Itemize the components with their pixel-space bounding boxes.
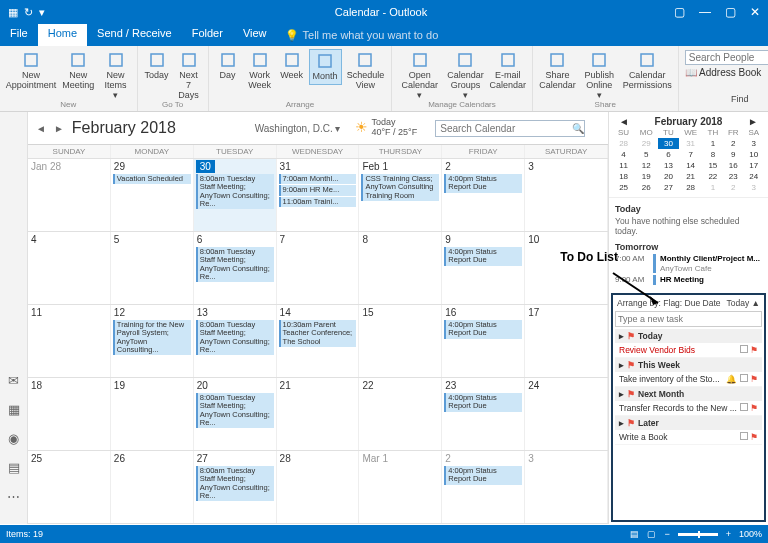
new-meetingbutton[interactable]: NewMeeting bbox=[60, 49, 96, 93]
day-cell[interactable]: 278:00am Tuesday Staff Meeting; AnyTown … bbox=[194, 451, 277, 523]
day-cell[interactable]: 3 bbox=[525, 159, 608, 231]
day-cell[interactable]: 19 bbox=[111, 378, 194, 450]
zoom-in-button[interactable]: + bbox=[726, 529, 731, 539]
flag-icon[interactable]: ⚑ bbox=[750, 403, 758, 413]
event[interactable]: 8:00am Tuesday Staff Meeting; AnyTown Co… bbox=[196, 320, 274, 355]
day-cell[interactable]: 26 bbox=[111, 451, 194, 523]
agenda-item[interactable]: 9:00 AMHR Meeting bbox=[615, 275, 762, 285]
day-cell[interactable]: 5 bbox=[111, 232, 194, 304]
mini-day[interactable]: 1 bbox=[703, 138, 723, 149]
tab-view[interactable]: View bbox=[233, 24, 277, 46]
todo-item[interactable]: Review Vendor Bids ⚑ bbox=[615, 343, 762, 358]
search-people-input[interactable] bbox=[685, 50, 768, 65]
day-cell[interactable]: 7 bbox=[277, 232, 360, 304]
flag-icon[interactable]: ⚑ bbox=[750, 345, 758, 355]
new-appointmentbutton[interactable]: NewAppointment bbox=[4, 49, 58, 93]
week-button[interactable]: Week bbox=[277, 49, 307, 83]
view-reading-icon[interactable]: ▢ bbox=[647, 529, 656, 539]
today-button[interactable]: Today bbox=[142, 49, 172, 83]
day-cell[interactable]: 94:00pm Status Report Due bbox=[442, 232, 525, 304]
mini-day[interactable]: 24 bbox=[744, 171, 764, 182]
day-cell[interactable]: 29Vacation Scheduled bbox=[111, 159, 194, 231]
todo-group-header[interactable]: ▸ ⚑ Later bbox=[615, 416, 762, 430]
day-cell[interactable]: 208:00am Tuesday Staff Meeting; AnyTown … bbox=[194, 378, 277, 450]
mini-day[interactable]: 9 bbox=[723, 149, 743, 160]
day-cell[interactable]: 21 bbox=[277, 378, 360, 450]
mini-day[interactable]: 16 bbox=[723, 160, 743, 171]
zoom-out-button[interactable]: − bbox=[664, 529, 669, 539]
mini-day[interactable]: 14 bbox=[679, 160, 703, 171]
mini-day[interactable]: 2 bbox=[723, 182, 743, 193]
people-icon[interactable]: ◉ bbox=[8, 431, 19, 446]
day-cell[interactable]: 24:00pm Status Report Due bbox=[442, 451, 525, 523]
mini-day[interactable]: 27 bbox=[658, 182, 678, 193]
event[interactable]: 8:00am Tuesday Staff Meeting; AnyTown Co… bbox=[196, 174, 274, 209]
day-cell[interactable]: 164:00pm Status Report Due bbox=[442, 305, 525, 377]
day-cell[interactable]: 15 bbox=[359, 305, 442, 377]
share-calendarbutton[interactable]: ShareCalendar bbox=[537, 49, 578, 93]
mini-day[interactable]: 22 bbox=[703, 171, 723, 182]
mini-day[interactable]: 31 bbox=[679, 138, 703, 149]
event[interactable]: 4:00pm Status Report Due bbox=[444, 466, 522, 485]
open-calendar-button[interactable]: OpenCalendar ▾ bbox=[396, 49, 443, 103]
day-cell[interactable]: 138:00am Tuesday Staff Meeting; AnyTown … bbox=[194, 305, 277, 377]
event[interactable]: Vacation Scheduled bbox=[113, 174, 191, 184]
todo-arrange-label[interactable]: Arrange by: Flag: Due Date bbox=[617, 298, 720, 308]
tab-file[interactable]: File bbox=[0, 24, 38, 46]
day-cell[interactable]: 24:00pm Status Report Due bbox=[442, 159, 525, 231]
event[interactable]: 7:00am Monthl... bbox=[279, 174, 357, 184]
day-button[interactable]: Day bbox=[213, 49, 243, 83]
mini-day[interactable]: 11 bbox=[613, 160, 634, 171]
mini-day[interactable]: 26 bbox=[634, 182, 658, 193]
day-cell[interactable]: 317:00am Monthl...9:00am HR Me...11:00am… bbox=[277, 159, 360, 231]
work-weekbutton[interactable]: WorkWeek bbox=[245, 49, 275, 93]
more-icon[interactable]: ⋯ bbox=[7, 489, 20, 504]
mini-day[interactable]: 5 bbox=[634, 149, 658, 160]
view-normal-icon[interactable]: ▤ bbox=[630, 529, 639, 539]
mini-day[interactable]: 30 bbox=[658, 138, 678, 149]
mini-day[interactable]: 4 bbox=[613, 149, 634, 160]
day-cell[interactable]: 28 bbox=[277, 451, 360, 523]
event[interactable]: 9:00am HR Me... bbox=[279, 185, 357, 195]
todo-item[interactable]: Take inventory of the Sto...🔔 ⚑ bbox=[615, 372, 762, 387]
calendar-groups-button[interactable]: CalendarGroups ▾ bbox=[445, 49, 486, 103]
mini-day[interactable]: 28 bbox=[613, 138, 634, 149]
day-cell[interactable]: 25 bbox=[28, 451, 111, 523]
tasks-icon[interactable]: ▤ bbox=[8, 460, 20, 475]
day-cell[interactable]: 68:00am Tuesday Staff Meeting; AnyTown C… bbox=[194, 232, 277, 304]
mail-icon[interactable]: ✉ bbox=[8, 373, 19, 388]
day-cell[interactable]: 24 bbox=[525, 378, 608, 450]
todo-sort[interactable]: Today ▲ bbox=[727, 298, 760, 308]
event[interactable]: CSS Training Class; AnyTown Consulting T… bbox=[361, 174, 439, 201]
mini-day[interactable]: 7 bbox=[679, 149, 703, 160]
mini-prev-button[interactable]: ◄ bbox=[619, 116, 629, 127]
flag-icon[interactable]: ⚑ bbox=[750, 432, 758, 442]
tab-send-receive[interactable]: Send / Receive bbox=[87, 24, 182, 46]
todo-item[interactable]: Transfer Records to the New ... ⚑ bbox=[615, 401, 762, 416]
mini-day[interactable]: 13 bbox=[658, 160, 678, 171]
day-cell[interactable]: 22 bbox=[359, 378, 442, 450]
event[interactable]: 4:00pm Status Report Due bbox=[444, 174, 522, 193]
event[interactable]: 8:00am Tuesday Staff Meeting; AnyTown Co… bbox=[196, 466, 274, 501]
day-cell[interactable]: 308:00am Tuesday Staff Meeting; AnyTown … bbox=[194, 159, 277, 231]
todo-group-header[interactable]: ▸ ⚑ Next Month bbox=[615, 387, 762, 401]
mini-day[interactable]: 18 bbox=[613, 171, 634, 182]
checkbox[interactable] bbox=[740, 374, 748, 382]
agenda-item[interactable]: 7:00 AMMonthly Client/Project M...AnyTow… bbox=[615, 254, 762, 273]
mini-next-button[interactable]: ► bbox=[748, 116, 758, 127]
day-cell[interactable]: Mar 1 bbox=[359, 451, 442, 523]
mini-day[interactable]: 19 bbox=[634, 171, 658, 182]
day-cell[interactable]: 18 bbox=[28, 378, 111, 450]
mini-day[interactable]: 20 bbox=[658, 171, 678, 182]
tell-me-input[interactable]: Tell me what you want to do bbox=[303, 29, 439, 41]
mini-day[interactable]: 2 bbox=[723, 138, 743, 149]
day-cell[interactable]: 1410:30am Parent Teacher Conference; The… bbox=[277, 305, 360, 377]
mini-day[interactable]: 6 bbox=[658, 149, 678, 160]
publish-online-button[interactable]: PublishOnline ▾ bbox=[580, 49, 618, 103]
ribbon-toggle-icon[interactable]: ▢ bbox=[674, 5, 685, 19]
todo-item[interactable]: Write a Book ⚑ bbox=[615, 430, 762, 445]
mini-day[interactable]: 3 bbox=[744, 138, 764, 149]
event[interactable]: 8:00am Tuesday Staff Meeting; AnyTown Co… bbox=[196, 247, 274, 282]
mini-day[interactable]: 21 bbox=[679, 171, 703, 182]
event[interactable]: 4:00pm Status Report Due bbox=[444, 393, 522, 412]
